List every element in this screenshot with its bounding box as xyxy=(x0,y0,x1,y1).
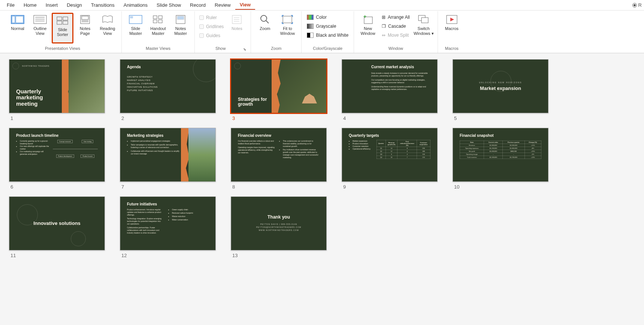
svg-rect-17 xyxy=(153,16,157,19)
slide-content: UNLOCKING NEW HORIZONSMarket expansion xyxy=(453,59,548,113)
macros-button[interactable]: Macros xyxy=(441,13,463,43)
slide-sorter-icon xyxy=(56,15,69,26)
notes-button: Notes xyxy=(226,13,248,43)
slide-content: Strategies for growth xyxy=(231,59,327,113)
slide-content: Financial snapshot StatsCurrent valuePre… xyxy=(453,128,548,182)
svg-marker-35 xyxy=(450,18,454,21)
group-zoom: Zoom Fit to Window Zoom xyxy=(251,11,302,53)
normal-view-button[interactable]: Normal xyxy=(7,13,28,43)
svg-text:+: + xyxy=(363,15,366,19)
tab-slideshow[interactable]: Slide Show xyxy=(152,1,185,9)
slide-thumbnail[interactable]: Financial snapshot StatsCurrent valuePre… xyxy=(453,128,548,190)
handout-master-button[interactable]: Handout Master xyxy=(147,13,169,43)
handout-master-icon xyxy=(151,14,165,25)
group-label-window: Window xyxy=(357,46,435,52)
group-window: + New Window ⊞Arrange All ❐Cascade ⇔Move… xyxy=(354,11,438,53)
recording-indicator[interactable]: R xyxy=(632,2,642,8)
zoom-button[interactable]: Zoom xyxy=(254,13,276,43)
group-label-color: Color/Grayscale xyxy=(305,46,351,52)
svg-rect-22 xyxy=(177,16,184,19)
slide-thumbnail[interactable]: Quarterly targets Market expansionProduc… xyxy=(342,128,438,190)
tab-view[interactable]: View xyxy=(235,0,255,10)
svg-rect-7 xyxy=(57,17,62,20)
svg-rect-33 xyxy=(421,18,428,23)
slide-content: Thank youPEYTON DAVIS | 989-555-0146PEYT… xyxy=(231,196,327,250)
group-label-show: Show xyxy=(198,46,243,52)
svg-rect-20 xyxy=(158,20,162,23)
reading-view-button[interactable]: Reading View xyxy=(97,13,118,43)
svg-rect-19 xyxy=(153,20,157,23)
slide-number: 6 xyxy=(9,184,105,190)
tab-file[interactable]: File xyxy=(2,1,19,9)
svg-rect-12 xyxy=(82,16,88,19)
grayscale-icon xyxy=(307,24,314,29)
arrange-all-button[interactable]: ⊞Arrange All xyxy=(380,13,412,21)
color-button[interactable]: Color xyxy=(305,13,351,21)
slide-sorter-area[interactable]: NORTHWIND TRADERS Quarterly marketing me… xyxy=(0,53,644,325)
slide-content: AgendaGROWTH STRATEGYMARKET ANALYSISFINA… xyxy=(120,59,216,113)
slide-number: 10 xyxy=(453,184,548,190)
group-master-views: Slide Master Handout Master Notes Master… xyxy=(122,11,195,53)
slide-thumbnail[interactable]: Marketing strategies Implement personali… xyxy=(120,128,216,190)
notes-page-button[interactable]: Notes Page xyxy=(74,13,96,43)
tab-review[interactable]: Review xyxy=(210,1,235,9)
slide-number: 2 xyxy=(120,115,216,121)
tab-transitions[interactable]: Transitions xyxy=(87,1,119,9)
slide-thumbnail[interactable]: Strategies for growth3 xyxy=(231,59,327,121)
tab-animations[interactable]: Animations xyxy=(119,1,152,9)
move-split-icon: ⇔ xyxy=(382,33,386,38)
reading-view-icon xyxy=(101,14,114,25)
gridlines-checkbox[interactable]: Gridlines xyxy=(198,23,225,30)
group-label-zoom: Zoom xyxy=(254,46,298,52)
ribbon-view: Normal Outline View Slide Sorter Notes P… xyxy=(0,10,644,53)
grayscale-button[interactable]: Grayscale xyxy=(305,22,351,30)
group-color-grayscale: Color Grayscale Black and White Color/Gr… xyxy=(302,11,354,53)
slide-thumbnail[interactable]: UNLOCKING NEW HORIZONSMarket expansion 5 xyxy=(453,59,548,121)
tab-home[interactable]: Home xyxy=(19,1,41,9)
slide-sorter-button[interactable]: Slide Sorter xyxy=(52,13,73,43)
svg-rect-18 xyxy=(158,16,162,19)
slide-number: 5 xyxy=(453,115,548,121)
slide-number: 13 xyxy=(231,253,327,258)
fit-to-window-button[interactable]: Fit to Window xyxy=(276,13,298,43)
color-icon xyxy=(307,15,314,20)
slide-number: 9 xyxy=(342,184,438,190)
tab-insert[interactable]: Insert xyxy=(41,1,63,9)
outline-view-icon xyxy=(33,14,47,25)
slide-thumbnail[interactable]: Innovative solutions 11 xyxy=(9,196,105,258)
black-white-button[interactable]: Black and White xyxy=(305,31,351,39)
slide-number: 11 xyxy=(9,253,105,258)
slide-thumbnail[interactable]: Current market analysisData reveals a st… xyxy=(342,59,438,121)
slide-thumbnail[interactable]: Product launch timeline Currently gearin… xyxy=(9,128,105,190)
move-split-button: ⇔Move Split xyxy=(380,31,412,39)
group-show: Ruler Gridlines Guides Notes Show ⬊ xyxy=(195,11,251,53)
slide-master-button[interactable]: Slide Master xyxy=(125,13,146,43)
svg-point-27 xyxy=(261,15,267,21)
guides-checkbox[interactable]: Guides xyxy=(198,32,225,39)
notes-icon xyxy=(230,14,244,25)
ruler-checkbox[interactable]: Ruler xyxy=(198,14,225,21)
slide-thumbnail[interactable]: Future initiatives Product enhancement. … xyxy=(120,196,216,258)
notes-page-icon xyxy=(78,14,92,25)
slide-thumbnail[interactable]: AgendaGROWTH STRATEGYMARKET ANALYSISFINA… xyxy=(120,59,216,121)
normal-view-icon xyxy=(11,14,24,25)
switch-windows-button[interactable]: Switch Windows ▾ xyxy=(413,13,435,43)
new-window-button[interactable]: + New Window xyxy=(357,13,379,43)
slide-number: 7 xyxy=(120,184,216,190)
svg-rect-9 xyxy=(57,21,62,24)
svg-rect-8 xyxy=(63,17,68,20)
cascade-button[interactable]: ❐Cascade xyxy=(380,22,412,30)
tab-record[interactable]: Record xyxy=(185,1,210,9)
show-dialog-launcher[interactable]: ⬊ xyxy=(243,47,248,51)
outline-view-button[interactable]: Outline View xyxy=(29,13,51,43)
slide-content: Future initiatives Product enhancement. … xyxy=(120,196,216,250)
notes-master-button[interactable]: Notes Master xyxy=(170,13,191,43)
slide-thumbnail[interactable]: Thank youPEYTON DAVIS | 989-555-0146PEYT… xyxy=(231,196,327,258)
slide-thumbnail[interactable]: Financial overview Our financial overvie… xyxy=(231,128,327,190)
tab-design[interactable]: Design xyxy=(62,1,86,9)
slide-content: NORTHWIND TRADERS Quarterly marketing me… xyxy=(9,59,105,113)
fit-window-icon xyxy=(281,14,294,25)
slide-content: Quarterly targets Market expansionProduc… xyxy=(342,128,438,182)
slide-content: Marketing strategies Implement personali… xyxy=(120,128,216,182)
slide-thumbnail[interactable]: NORTHWIND TRADERS Quarterly marketing me… xyxy=(9,59,105,121)
